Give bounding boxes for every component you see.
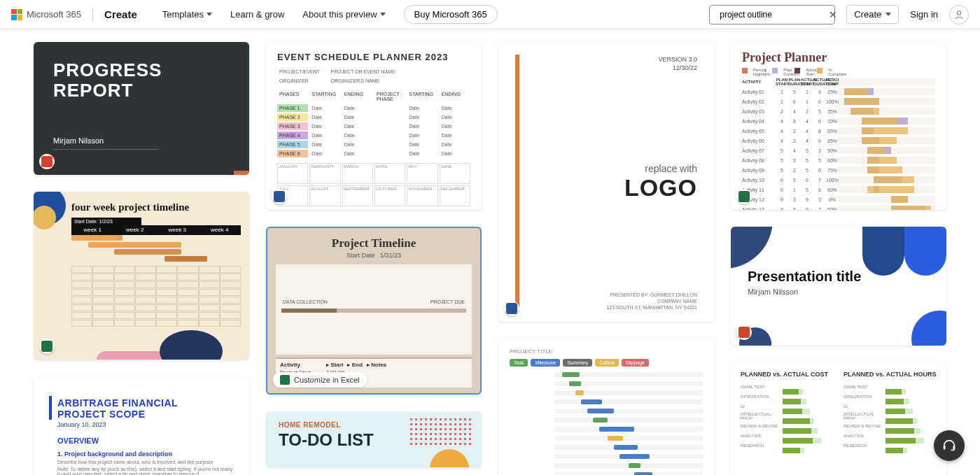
chat-help-button[interactable]: [934, 430, 965, 461]
card-title: EVENT SCHEDULE PLANNER 2023: [277, 52, 470, 62]
svg-rect-3: [944, 446, 946, 450]
sign-in-link[interactable]: Sign in: [910, 9, 938, 20]
word-icon: [272, 189, 287, 204]
template-card-cover-page[interactable]: VERSION 3.0 12/30/22 replace with LOGO P…: [498, 42, 714, 322]
clear-search-icon[interactable]: ✕: [829, 9, 837, 20]
ms365-logo[interactable]: Microsoft 365: [11, 9, 81, 20]
brand-app[interactable]: Create: [104, 8, 137, 20]
microsoft-logo-icon: [11, 9, 22, 20]
chevron-down-icon: [886, 13, 891, 16]
excel-icon: [736, 189, 752, 204]
svg-rect-4: [953, 446, 955, 450]
person-icon: [954, 10, 964, 20]
table-row: Activity 08525560%: [742, 156, 935, 164]
template-card-project-timeline[interactable]: Project Timeline Start Date 1/31/23 DATA…: [266, 227, 482, 395]
template-card-event-schedule[interactable]: EVENT SCHEDULE PLANNER 2023 PROJECT/EVEN…: [266, 42, 482, 210]
divider: [92, 8, 93, 21]
account-icon[interactable]: [949, 5, 969, 24]
nav-learn[interactable]: Learn & grow: [230, 9, 284, 20]
card-author: Mirjam Nilsson: [53, 136, 159, 150]
powerpoint-icon: [736, 325, 752, 340]
table-row: Activity 1293930%: [742, 195, 935, 204]
table-row: Activity 01151425%: [742, 87, 935, 96]
card-title: four week project timeline: [71, 201, 241, 213]
table-row: Activity 04484610%: [742, 117, 935, 125]
excel-icon: [280, 375, 290, 385]
headset-icon: [941, 438, 957, 453]
template-gallery: PROGRESS REPORT Mirjam Nilsson four week…: [0, 29, 980, 475]
template-card-home-remodel-todo[interactable]: HOME REMODEL TO-DO LIST: [266, 411, 482, 467]
table-row: Activity 03242535%: [742, 107, 935, 115]
table-row: Activity 13969750%: [742, 205, 935, 210]
template-card-project-scope[interactable]: ARBITRAGE FINANCIAL PROJECT SCOPE Januar…: [34, 376, 249, 475]
template-card-progress-report[interactable]: PROGRESS REPORT Mirjam Nilsson: [34, 42, 249, 175]
template-card-four-week-timeline[interactable]: four week project timeline Start Date: 1…: [34, 192, 249, 360]
word-icon: [504, 301, 519, 316]
table-row: Activity 09525675%: [742, 166, 935, 174]
table-row: Activity 05424885%: [742, 127, 935, 135]
template-card-gantt-chart[interactable]: PROJECT TITLE Task Milestone Summary Cri…: [498, 339, 714, 475]
template-card-project-planner[interactable]: Project Planner Period Highlight: 1 Plan…: [731, 42, 946, 210]
brand-suite: Microsoft 365: [27, 9, 81, 20]
svg-point-2: [957, 10, 960, 14]
powerpoint-icon: [39, 154, 55, 169]
table-row: Activity 11615860%: [742, 185, 935, 194]
search-input[interactable]: [720, 10, 825, 20]
template-card-presentation-title[interactable]: Presentation title Mirjam Nilsson: [731, 227, 946, 346]
main-nav: Templates Learn & grow About this previe…: [162, 5, 498, 24]
excel-icon: [39, 339, 55, 354]
table-row: Activity 021616100%: [742, 97, 935, 106]
table-row: Activity 06434685%: [742, 136, 935, 145]
buy-m365-button[interactable]: Buy Microsoft 365: [404, 5, 498, 24]
table-row: Activity 106567100%: [742, 176, 935, 184]
card-title: PROGRESS: [53, 59, 162, 80]
template-card-planned-vs-actual[interactable]: PLANNED vs. ACTUAL COST GAME TESTINTEGRA…: [731, 362, 946, 475]
table-row: Activity 07545350%: [742, 146, 935, 155]
card-title: Project Planner: [742, 50, 935, 65]
year-calendar: JANUARYFEBRUARYMARCH APRILMAYJUNE JULYAU…: [277, 163, 470, 206]
top-nav: Microsoft 365 Create Templates Learn & g…: [0, 0, 980, 29]
chevron-down-icon: [380, 13, 386, 16]
create-button[interactable]: Create: [846, 5, 899, 24]
chevron-down-icon: [206, 13, 212, 16]
customize-in-excel-chip[interactable]: Customize in Excel: [273, 372, 367, 388]
nav-preview[interactable]: About this preview: [302, 9, 385, 20]
card-title: Project Timeline: [276, 236, 472, 250]
search-box[interactable]: ✕: [709, 5, 835, 24]
nav-templates[interactable]: Templates: [162, 9, 212, 20]
